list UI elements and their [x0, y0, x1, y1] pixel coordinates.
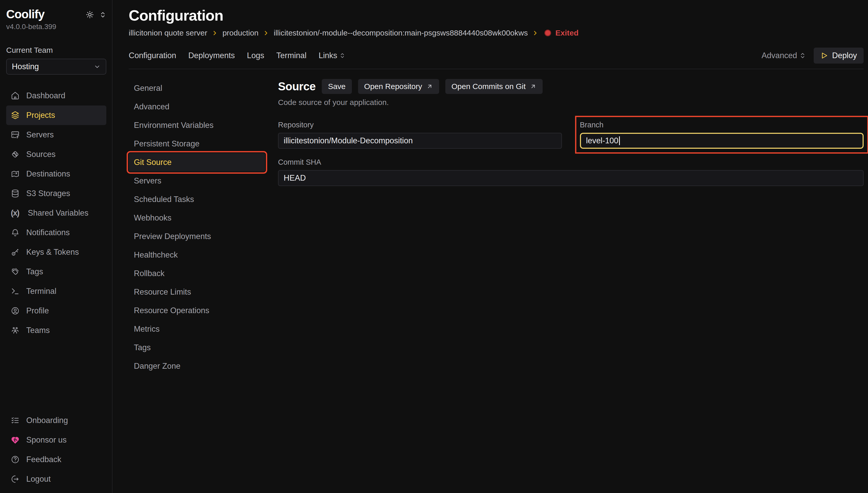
configuration-subnav: General Advanced Environment Variables P…	[129, 79, 265, 376]
sidebar-nav: Dashboard Projects Servers Sources Desti…	[6, 86, 106, 340]
tab-links[interactable]: Links	[319, 51, 345, 60]
chevron-down-icon	[94, 63, 101, 70]
sidebar-item-label: Projects	[26, 111, 55, 120]
subnav-item-resource-operations[interactable]: Resource Operations	[129, 301, 265, 320]
sidebar-item-profile[interactable]: Profile	[6, 301, 106, 321]
subnav-item-persistent-storage[interactable]: Persistent Storage	[129, 134, 265, 153]
commit-sha-label: Commit SHA	[278, 158, 864, 167]
user-circle-icon	[11, 306, 20, 315]
subnav-item-environment-variables[interactable]: Environment Variables	[129, 116, 265, 134]
breadcrumb-application[interactable]: illicitestonion/-module--decomposition:m…	[274, 28, 528, 37]
team-select-value: Hosting	[12, 62, 39, 71]
page-title: Configuration	[129, 7, 864, 24]
sidebar-item-notifications[interactable]: Notifications	[6, 223, 106, 242]
sidebar-item-label: Keys & Tokens	[26, 248, 79, 257]
sidebar-item-sponsor-us[interactable]: Sponsor us	[6, 430, 106, 450]
database-icon	[11, 189, 20, 198]
sidebar-item-projects[interactable]: Projects	[6, 106, 106, 125]
sidebar-collapse-icon[interactable]	[99, 11, 106, 18]
sidebar-item-label: Terminal	[26, 287, 56, 296]
tab-links-label: Links	[319, 51, 337, 60]
subnav-item-scheduled-tasks[interactable]: Scheduled Tasks	[129, 190, 265, 209]
app-version: v4.0.0-beta.399	[6, 23, 56, 31]
tab-logs[interactable]: Logs	[247, 51, 264, 60]
sidebar-item-keys-tokens[interactable]: Keys & Tokens	[6, 242, 106, 262]
sidebar-item-servers[interactable]: Servers	[6, 125, 106, 145]
subnav-item-danger-zone[interactable]: Danger Zone	[129, 357, 265, 376]
subnav-item-metrics[interactable]: Metrics	[129, 320, 265, 338]
tabs-bar: Configuration Deployments Logs Terminal …	[129, 48, 864, 69]
sidebar-item-shared-variables[interactable]: (x) Shared Variables	[6, 203, 106, 223]
sidebar-item-terminal[interactable]: Terminal	[6, 281, 106, 301]
breadcrumb-project[interactable]: illicitonion quote server	[129, 28, 207, 37]
repository-input[interactable]	[278, 133, 562, 149]
repository-label: Repository	[278, 121, 562, 129]
subnav-item-git-source[interactable]: Git Source	[129, 153, 265, 172]
advanced-label: Advanced	[762, 51, 797, 60]
repository-field: Repository	[278, 121, 562, 149]
open-commits-button[interactable]: Open Commits on Git	[445, 79, 543, 94]
sidebar-item-label: Destinations	[26, 169, 70, 178]
sidebar-item-label: Shared Variables	[28, 209, 88, 218]
sidebar-item-dashboard[interactable]: Dashboard	[6, 86, 106, 106]
subnav-item-healthcheck[interactable]: Healthcheck	[129, 246, 265, 264]
arrow-up-right-icon	[530, 83, 536, 90]
breadcrumb: illicitonion quote server production ill…	[129, 28, 864, 37]
subnav-item-advanced[interactable]: Advanced	[129, 98, 265, 116]
app-logo: Coolify	[6, 7, 56, 21]
subnav-item-rollback[interactable]: Rollback	[129, 264, 265, 283]
open-repository-label: Open Repository	[364, 82, 422, 91]
home-icon	[11, 91, 20, 100]
advanced-dropdown[interactable]: Advanced	[762, 51, 806, 60]
sidebar-item-logout[interactable]: Logout	[6, 469, 106, 489]
sidebar-item-label: Tags	[26, 267, 43, 276]
deploy-button[interactable]: Deploy	[814, 48, 864, 64]
logout-icon	[11, 475, 20, 484]
sidebar-item-label: Sponsor us	[26, 435, 67, 445]
breadcrumb-environment[interactable]: production	[223, 28, 258, 37]
server-icon	[11, 130, 20, 139]
help-circle-icon	[11, 455, 20, 464]
theme-sun-icon[interactable]	[85, 10, 94, 19]
commit-sha-input[interactable]	[278, 170, 864, 186]
sidebar-item-label: Logout	[26, 474, 51, 484]
map-icon	[11, 170, 20, 178]
subnav-item-webhooks[interactable]: Webhooks	[129, 209, 265, 227]
layers-icon	[11, 111, 20, 120]
sidebar-item-destinations[interactable]: Destinations	[6, 164, 106, 184]
subnav-item-preview-deployments[interactable]: Preview Deployments	[129, 227, 265, 246]
sidebar-item-label: Profile	[26, 306, 49, 316]
play-icon	[820, 52, 828, 60]
subnav-item-general[interactable]: General	[129, 79, 265, 98]
bell-icon	[11, 228, 20, 237]
sidebar-item-tags[interactable]: Tags	[6, 262, 106, 281]
open-commits-label: Open Commits on Git	[451, 82, 526, 91]
open-repository-button[interactable]: Open Repository	[358, 79, 439, 94]
save-button[interactable]: Save	[322, 79, 352, 94]
sidebar-header: Coolify v4.0.0-beta.399	[6, 7, 106, 31]
deploy-button-label: Deploy	[832, 51, 857, 60]
status-dot-icon	[545, 29, 551, 36]
git-diamond-icon	[11, 150, 20, 159]
sidebar-item-teams[interactable]: Teams	[6, 321, 106, 340]
sidebar-item-s3-storages[interactable]: S3 Storages	[6, 184, 106, 203]
current-team-label: Current Team	[6, 46, 106, 55]
tab-configuration[interactable]: Configuration	[129, 51, 176, 60]
subnav-item-servers[interactable]: Servers	[129, 172, 265, 190]
branch-input[interactable]	[580, 133, 864, 149]
branch-label: Branch	[580, 121, 864, 129]
sidebar-item-feedback[interactable]: Feedback	[6, 450, 106, 469]
main-content: Configuration illicitonion quote server …	[112, 0, 868, 493]
text-cursor	[619, 136, 620, 145]
subnav-item-resource-limits[interactable]: Resource Limits	[129, 283, 265, 301]
parentheses-x-icon: (x)	[11, 209, 21, 218]
sidebar-item-sources[interactable]: Sources	[6, 145, 106, 164]
arrow-up-right-icon	[426, 83, 433, 90]
commit-sha-field: Commit SHA	[278, 158, 864, 186]
tab-deployments[interactable]: Deployments	[188, 51, 235, 60]
sidebar-item-label: S3 Storages	[26, 189, 70, 198]
sidebar-item-onboarding[interactable]: Onboarding	[6, 411, 106, 430]
subnav-item-tags[interactable]: Tags	[129, 338, 265, 357]
tab-terminal[interactable]: Terminal	[276, 51, 306, 60]
team-select[interactable]: Hosting	[6, 59, 106, 74]
